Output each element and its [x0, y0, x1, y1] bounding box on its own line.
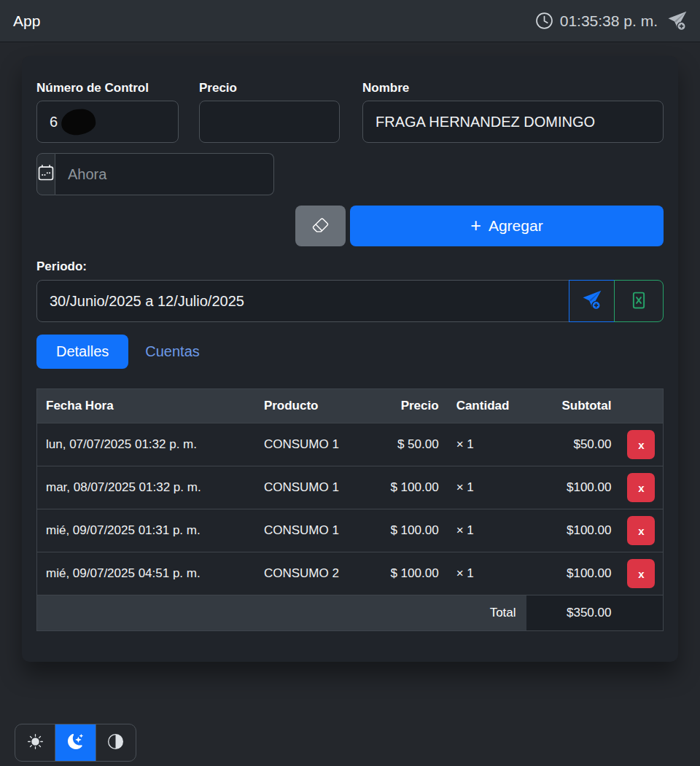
consumos-table: Fecha Hora Producto Precio Cantidad Subt… [36, 388, 664, 631]
control-input[interactable] [37, 101, 178, 142]
table-row: mié, 09/07/2025 01:31 p. m. CONSUMO 1 $ … [37, 509, 664, 552]
agregar-button[interactable]: + Agregar [350, 206, 664, 246]
app-title: App [13, 12, 40, 30]
actions-row: + Agregar [36, 206, 664, 246]
col-subtotal: Subtotal [526, 389, 621, 423]
tab-detalles[interactable]: Detalles [36, 335, 128, 369]
navbar-time: 01:35:38 p. m. [560, 12, 658, 30]
col-actions [620, 389, 663, 423]
cell-fecha: mié, 09/07/2025 01:31 p. m. [37, 509, 255, 552]
cell-cantidad: × 1 [448, 552, 526, 595]
navbar-status: 01:35:38 p. m. [535, 11, 687, 31]
theme-dark-button[interactable] [55, 724, 95, 761]
control-label: Número de Control [36, 81, 179, 95]
send-plus-icon [582, 290, 602, 312]
cell-precio: $ 100.00 [381, 552, 448, 595]
delete-row-button[interactable]: x [627, 516, 655, 545]
precio-input[interactable] [200, 101, 339, 142]
navbar: App 01:35:38 p. m. [0, 0, 700, 42]
cell-cantidad: × 1 [448, 466, 526, 509]
nombre-field-group: Nombre [362, 81, 664, 143]
tab-bar: Detalles Cuentas [36, 335, 664, 369]
datetime-group [36, 153, 232, 195]
cell-subtotal: $100.00 [526, 552, 621, 595]
total-empty-cell [620, 595, 663, 631]
precio-label: Precio [199, 81, 340, 95]
theme-light-button[interactable] [15, 724, 55, 761]
precio-field-group: Precio [199, 81, 340, 143]
clock-icon [535, 12, 553, 30]
nombre-input[interactable] [363, 101, 663, 142]
periodo-group [36, 280, 664, 322]
cell-fecha: lun, 07/07/2025 01:32 p. m. [37, 423, 255, 466]
total-label: Total [37, 595, 526, 631]
excel-x-square-icon [629, 291, 648, 312]
main-card: Número de Control Precio Nombre [22, 56, 678, 662]
col-precio: Precio [381, 389, 448, 423]
sun-icon [28, 734, 43, 751]
cell-producto: CONSUMO 2 [255, 552, 381, 595]
delete-row-button[interactable]: x [627, 473, 655, 502]
cell-precio: $ 100.00 [381, 509, 448, 552]
delete-row-button[interactable]: x [627, 430, 655, 459]
plus-icon: + [470, 216, 481, 235]
control-field-group: Número de Control [36, 81, 179, 143]
cell-precio: $ 100.00 [381, 466, 448, 509]
cell-fecha: mié, 09/07/2025 04:51 p. m. [37, 552, 255, 595]
cell-cantidad: × 1 [448, 423, 526, 466]
periodo-input[interactable] [36, 280, 569, 322]
col-cantidad: Cantidad [448, 389, 526, 423]
total-value: $350.00 [526, 595, 621, 631]
circle-half-icon [108, 734, 123, 751]
cell-producto: CONSUMO 1 [255, 466, 381, 509]
table-row: mar, 08/07/2025 01:32 p. m. CONSUMO 1 $ … [37, 466, 664, 509]
table-header-row: Fecha Hora Producto Precio Cantidad Subt… [37, 389, 664, 423]
cell-fecha: mar, 08/07/2025 01:32 p. m. [37, 466, 255, 509]
table-row: lun, 07/07/2025 01:32 p. m. CONSUMO 1 $ … [37, 423, 664, 466]
eraser-icon [312, 216, 329, 235]
delete-row-button[interactable]: x [627, 559, 655, 588]
cell-cantidad: × 1 [448, 509, 526, 552]
cell-producto: CONSUMO 1 [255, 509, 381, 552]
cell-subtotal: $100.00 [526, 466, 621, 509]
periodo-label: Periodo: [36, 259, 664, 274]
datetime-input[interactable] [55, 153, 274, 195]
clear-button[interactable] [295, 206, 346, 246]
agregar-button-label: Agregar [489, 217, 543, 235]
cell-producto: CONSUMO 1 [255, 423, 381, 466]
theme-switcher [15, 724, 136, 762]
moon-stars-icon [68, 734, 83, 751]
cell-subtotal: $50.00 [526, 423, 621, 466]
export-excel-button[interactable] [614, 280, 664, 322]
form-row: Número de Control Precio Nombre [36, 81, 664, 143]
calendar-button[interactable] [36, 153, 55, 195]
col-producto: Producto [255, 389, 381, 423]
theme-auto-button[interactable] [96, 724, 136, 761]
nombre-label: Nombre [362, 81, 664, 95]
cell-precio: $ 50.00 [381, 423, 448, 466]
tab-cuentas[interactable]: Cuentas [145, 343, 200, 360]
table-row: mié, 09/07/2025 04:51 p. m. CONSUMO 2 $ … [37, 552, 664, 595]
calendar-icon [37, 164, 55, 184]
cell-subtotal: $100.00 [526, 509, 621, 552]
col-fecha-hora: Fecha Hora [37, 389, 255, 423]
send-report-button[interactable] [569, 280, 615, 322]
total-row: Total $350.00 [37, 595, 664, 631]
send-plus-icon[interactable] [667, 11, 687, 31]
